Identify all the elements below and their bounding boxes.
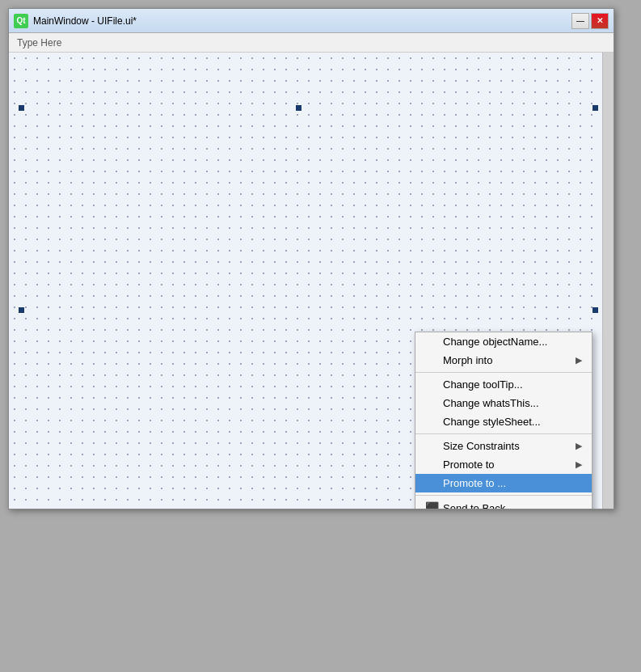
menu-separator [415,372,592,373]
menu-separator [415,433,592,434]
minimize-button[interactable]: — [571,13,589,29]
menu-item-label: Change objectName... [443,336,582,348]
menu-item-label: Morph into [443,354,576,366]
canvas-area: Change objectName...Morph into▶Change to… [9,53,614,509]
menu-item-change-stylesheet[interactable]: Change styleSheet... [415,412,592,431]
close-button[interactable]: ✕ [591,13,609,29]
menu-bar: Type Here [9,33,614,53]
menu-item-label: Change toolTip... [443,378,582,391]
menu-item-label: Size Constraints [443,440,576,452]
menu-item-type-here[interactable]: Type Here [12,36,66,50]
menu-item-label: Promote to [443,459,576,471]
handle-top-left [19,105,24,111]
handle-top-center [296,105,302,111]
menu-item-promote-to-dots[interactable]: Promote to ... [415,474,592,492]
main-window: Qt MainWindow - UIFile.ui* — ✕ Type Here [8,8,614,509]
submenu-arrow-icon: ▶ [576,355,582,366]
qt-logo-icon: Qt [14,14,28,28]
menu-item-promote-to-sub[interactable]: Promote to▶ [415,455,592,474]
menu-item-label: Promote to ... [443,477,582,489]
menu-item-change-tooltip[interactable]: Change toolTip... [415,375,592,394]
menu-separator [415,495,592,496]
context-menu: Change objectName...Morph into▶Change to… [415,332,593,509]
menu-item-change-whatsthis[interactable]: Change whatsThis... [415,394,592,412]
submenu-arrow-icon: ▶ [576,459,582,470]
scrollbar-right[interactable] [602,53,614,509]
menu-item-size-constraints[interactable]: Size Constraints▶ [415,437,592,455]
menu-item-label: Change styleSheet... [443,416,582,428]
menu-item-label: Send to Back [443,502,582,509]
send-back-icon: ⬛ [424,501,440,509]
handle-mid-right [593,307,598,313]
title-bar: Qt MainWindow - UIFile.ui* — ✕ [9,9,614,33]
menu-item-send-to-back[interactable]: ⬛Send to Back [415,498,592,509]
handle-mid-left [19,307,24,313]
title-bar-left: Qt MainWindow - UIFile.ui* [14,14,137,28]
submenu-arrow-icon: ▶ [576,441,582,451]
handle-top-right [593,105,598,111]
menu-item-change-object-name[interactable]: Change objectName... [415,332,592,351]
menu-item-morph-into[interactable]: Morph into▶ [415,351,592,370]
title-bar-buttons: — ✕ [571,13,609,29]
menu-item-label: Change whatsThis... [443,397,582,409]
window-title: MainWindow - UIFile.ui* [33,15,137,27]
